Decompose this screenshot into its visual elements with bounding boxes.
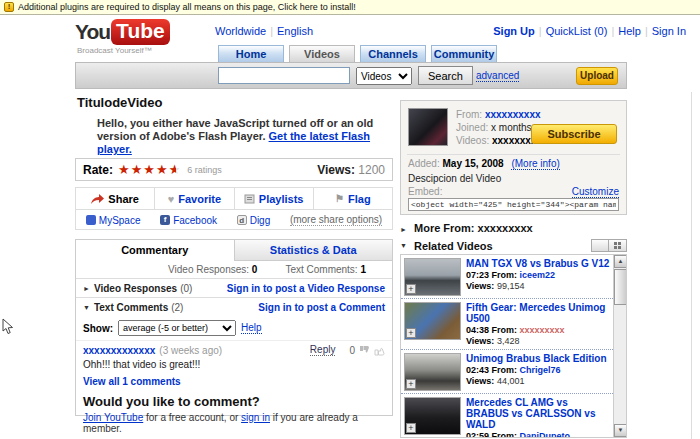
facebook-link[interactable]: fFacebook — [160, 215, 217, 226]
playlists-tab[interactable]: Playlists — [234, 188, 313, 209]
related-video-user-link[interactable]: Chrigel76 — [520, 365, 561, 375]
uploader-info-box: From: xxxxxxxxxx Joined: x months ago Vi… — [400, 100, 627, 215]
related-video-user-link[interactable]: DaniDupeto — [520, 431, 571, 438]
more-share-options-link[interactable]: (more share options) — [290, 214, 382, 226]
worldwide-link[interactable]: Worldwide — [215, 25, 266, 37]
related-video-title[interactable]: Mercedes CL AMG vs BRABUS vs CARLSSON vs… — [466, 397, 610, 430]
tab-channels[interactable]: Channels — [360, 45, 426, 62]
digg-link[interactable]: dDigg — [237, 215, 271, 226]
comment-author-link[interactable]: xxxxxxxxxxxxx — [83, 345, 155, 356]
search-input[interactable] — [218, 67, 350, 84]
related-video-title[interactable]: Fifth Gear: Mercedes Unimog U500 — [466, 302, 610, 324]
uploader-avatar[interactable] — [408, 108, 448, 146]
tab-community[interactable]: Community — [431, 45, 497, 62]
site-header: You Tube Broadcast Yourself™ Worldwide|E… — [0, 15, 700, 62]
star-icon[interactable]: ★ — [131, 162, 144, 177]
more-from-section[interactable]: ► More From: xxxxxxxxx — [400, 222, 533, 234]
sign-in-link[interactable]: Sign In — [652, 25, 686, 37]
share-tabs: Share ♥ Favorite Playlists ⚑ Flag — [76, 188, 392, 210]
video-thumbnail[interactable]: + — [404, 302, 461, 340]
rating-stars[interactable]: ★★★★★★ — [118, 163, 181, 176]
collapsed-arrow-icon[interactable]: ► — [83, 285, 90, 292]
thumbs-down-icon[interactable] — [359, 345, 370, 356]
view-all-comments-link[interactable]: View all 1 comments — [83, 376, 385, 387]
divider: | — [266, 25, 277, 37]
reply-link[interactable]: Reply — [310, 344, 336, 356]
add-to-quicklist-icon[interactable]: + — [406, 423, 416, 433]
embed-code-input[interactable] — [408, 198, 619, 211]
scrollbar-thumb[interactable] — [614, 269, 627, 305]
comment-filter-select[interactable]: average (-5 or better) — [118, 320, 236, 336]
video-thumbnail[interactable]: + — [404, 353, 461, 391]
related-video-title[interactable]: Unimog Brabus Black Edition — [466, 353, 610, 364]
star-icon[interactable]: ★ — [118, 162, 131, 177]
plugin-alert-text[interactable]: Additional plugins are required to displ… — [18, 2, 356, 12]
star-icon[interactable]: ★ — [143, 162, 156, 177]
customize-link[interactable]: Customize — [572, 186, 619, 198]
share-tab[interactable]: Share — [76, 188, 154, 209]
text-comments-title[interactable]: Text Comments — [94, 302, 168, 313]
comment-score: 0 — [349, 345, 355, 356]
related-video-item[interactable]: + MAN TGX V8 vs Brabus G V12 07:23 From:… — [401, 255, 613, 299]
flash-error-message: Hello, you either have JavaScript turned… — [97, 117, 397, 156]
expanded-arrow-icon[interactable]: ▼ — [400, 242, 407, 249]
advanced-search-link[interactable]: advanced — [476, 70, 519, 82]
cta-mid-text: for a free account, or — [143, 412, 241, 423]
text-comments-summary: Text Comments: 1 — [285, 264, 366, 275]
more-info-link[interactable]: (More info) — [511, 158, 559, 170]
add-to-quicklist-icon[interactable]: + — [406, 284, 416, 294]
language-link[interactable]: English — [277, 25, 313, 37]
list-view-icon[interactable] — [591, 239, 609, 252]
share-actions: Share ♥ Favorite Playlists ⚑ Flag MySpac… — [75, 187, 393, 230]
grid-view-icon[interactable] — [609, 239, 627, 252]
expanded-arrow-icon[interactable]: ▼ — [83, 304, 90, 311]
join-youtube-link[interactable]: Join YouTube — [83, 412, 143, 423]
add-to-quicklist-icon[interactable]: + — [406, 328, 416, 338]
sign-in-post-comment-link[interactable]: Sign in to post a Comment — [258, 302, 385, 313]
related-video-user-link[interactable]: xxxxxxxxx — [520, 325, 565, 335]
sign-up-link[interactable]: Sign Up — [493, 25, 535, 37]
quicklist-link[interactable]: QuickList (0) — [546, 25, 608, 37]
help-link[interactable]: Help — [618, 25, 641, 37]
related-video-title[interactable]: MAN TGX V8 vs Brabus G V12 — [466, 258, 610, 269]
video-thumbnail[interactable]: + — [404, 258, 461, 296]
youtube-logo[interactable]: You Tube Broadcast Yourself™ — [75, 19, 170, 55]
embed-label: Embed: — [408, 186, 442, 198]
flag-tab[interactable]: ⚑ Flag — [313, 188, 392, 209]
video-responses-section: ► Video Responses (0) Sign in to post a … — [76, 278, 392, 297]
cta-sign-in-link[interactable]: sign in — [241, 412, 270, 423]
star-icon[interactable]: ★ — [156, 162, 169, 177]
plugin-alert-bar[interactable]: ! Additional plugins are required to dis… — [0, 0, 700, 15]
tab-videos[interactable]: Videos — [289, 45, 355, 62]
uploader-name-link[interactable]: xxxxxxxxxx — [485, 109, 541, 120]
related-video-item[interactable]: + Mercedes CL AMG vs BRABUS vs CARLSSON … — [401, 394, 613, 438]
myspace-link[interactable]: MySpace — [86, 215, 141, 226]
tab-home[interactable]: Home — [218, 45, 284, 62]
related-video-item[interactable]: + Fifth Gear: Mercedes Unimog U500 04:38… — [401, 299, 613, 350]
scroll-up-arrow-icon[interactable]: ▲ — [614, 255, 627, 268]
comment-cta-heading: Would you like to comment? — [83, 394, 385, 409]
video-thumbnail[interactable]: + — [404, 397, 461, 435]
added-date-line: Added: May 15, 2008 (More info) — [408, 158, 560, 169]
subscribe-button[interactable]: Subscribe — [531, 124, 617, 144]
search-button[interactable]: Search — [418, 66, 473, 85]
half-star-icon[interactable]: ★★ — [169, 163, 182, 176]
upload-button[interactable]: Upload — [576, 67, 618, 85]
tab-commentary[interactable]: Commentary — [76, 240, 234, 261]
related-scrollbar[interactable]: ▲ ▼ — [613, 255, 626, 437]
video-responses-title[interactable]: Video Responses — [94, 283, 177, 294]
search-scope-select[interactable]: Videos — [356, 67, 412, 85]
tab-statistics-data[interactable]: Statistics & Data — [234, 240, 393, 261]
playlists-icon — [244, 194, 255, 204]
scroll-down-arrow-icon[interactable]: ▼ — [614, 424, 627, 437]
more-from-user: xxxxxxxxx — [478, 222, 533, 234]
add-to-quicklist-icon[interactable]: + — [406, 379, 416, 389]
sign-in-post-response-link[interactable]: Sign in to post a Video Response — [227, 283, 385, 294]
mouse-cursor — [2, 318, 14, 335]
filter-help-link[interactable]: Help — [241, 322, 262, 334]
related-videos-list: + MAN TGX V8 vs Brabus G V12 07:23 From:… — [401, 255, 613, 438]
related-video-item[interactable]: + Unimog Brabus Black Edition 02:43 From… — [401, 350, 613, 394]
favorite-tab[interactable]: ♥ Favorite — [154, 188, 233, 209]
related-video-user-link[interactable]: iceem22 — [520, 270, 556, 280]
thumbs-up-icon[interactable] — [374, 345, 385, 356]
